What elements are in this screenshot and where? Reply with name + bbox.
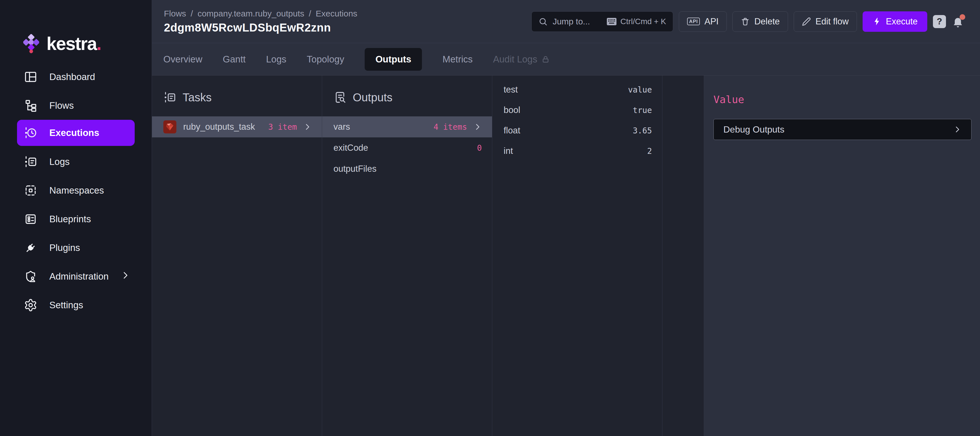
sidebar-item-label: Settings: [49, 300, 83, 311]
attribute-row-int[interactable]: int 2: [492, 141, 662, 161]
trash-icon: [741, 17, 750, 26]
outputs-column: Outputs vars 4 items exitCode 0 outputFi…: [322, 75, 492, 436]
attribute-value: true: [633, 105, 652, 115]
settings-icon: [24, 298, 37, 312]
sidebar-item-executions[interactable]: Executions: [17, 120, 135, 146]
tab-topology[interactable]: Topology: [307, 54, 344, 65]
sidebar-item-label: Namespaces: [49, 185, 104, 196]
executions-icon: [24, 126, 37, 140]
sidebar-item-label: Blueprints: [49, 214, 91, 225]
output-row-outputfiles[interactable]: outputFiles: [322, 158, 492, 179]
tasks-column: Tasks ruby_outputs_task 3 items: [152, 75, 322, 436]
api-badge-icon: API: [687, 18, 700, 25]
execute-button[interactable]: Execute: [862, 11, 927, 32]
search-icon: [538, 17, 547, 26]
sidebar-item-dashboard[interactable]: Dashboard: [0, 62, 152, 91]
topbar-actions: Jump to... Ctrl/Cmd + K API API Delete E…: [531, 11, 964, 32]
notifications-bell-icon[interactable]: [951, 15, 964, 29]
breadcrumb-executions[interactable]: Executions: [316, 9, 357, 18]
task-name: ruby_outputs_task: [183, 122, 255, 132]
output-value: 0: [477, 143, 482, 153]
tab-overview[interactable]: Overview: [163, 54, 202, 65]
api-button[interactable]: API API: [679, 11, 727, 32]
debug-outputs-button[interactable]: Debug Outputs: [713, 119, 972, 140]
tab-logs[interactable]: Logs: [266, 54, 286, 65]
execution-tabs: Overview Gantt Logs Topology Outputs Met…: [152, 43, 980, 75]
sidebar-nav: Dashboard Flows Executions Logs Namespac…: [0, 62, 152, 319]
breadcrumb-namespace[interactable]: company.team.ruby_outputs: [198, 9, 304, 18]
sidebar-item-label: Dashboard: [49, 72, 95, 82]
blueprints-icon: [24, 212, 37, 226]
keyboard-icon: [607, 18, 616, 25]
notification-badge: [959, 14, 965, 20]
value-panel: Value Debug Outputs: [704, 75, 980, 436]
administration-icon: [24, 270, 37, 283]
task-items-count: 3 items: [268, 122, 297, 132]
chevron-right-icon: [473, 123, 482, 131]
breadcrumb-flows[interactable]: Flows: [164, 9, 186, 18]
help-button[interactable]: ?: [933, 15, 946, 28]
sidebar-item-label: Executions: [49, 128, 99, 138]
dashboard-icon: [24, 70, 37, 84]
sidebar-item-flows[interactable]: Flows: [0, 91, 152, 120]
value-title: Value: [713, 94, 972, 105]
chevron-right-icon: [303, 123, 312, 131]
attribute-value: value: [628, 85, 652, 94]
search-shortcut: Ctrl/Cmd + K: [607, 17, 666, 26]
outputs-header: Outputs: [322, 75, 492, 117]
tab-outputs[interactable]: Outputs: [365, 48, 422, 71]
lightning-icon: [872, 17, 881, 26]
attribute-value: 2: [647, 147, 652, 156]
breadcrumb-separator: /: [309, 9, 311, 18]
edit-flow-button[interactable]: Edit flow: [794, 11, 857, 32]
sidebar-item-label: Administration: [49, 271, 108, 282]
kestra-mark-icon: [23, 34, 39, 53]
delete-button[interactable]: Delete: [732, 11, 788, 32]
attribute-row-float[interactable]: float 3.65: [492, 120, 662, 141]
flows-icon: [24, 99, 37, 112]
tasks-icon: [163, 91, 177, 104]
logs-icon: [24, 155, 37, 169]
plugins-icon: [24, 241, 37, 255]
chevron-right-icon: [121, 270, 130, 283]
outputs-icon: [334, 91, 347, 104]
topbar: Flows / company.team.ruby_outputs / Exec…: [152, 0, 980, 43]
sidebar: kestra. Dashboard Flows Executions Logs: [0, 0, 152, 436]
sidebar-item-label: Flows: [49, 100, 74, 111]
namespaces-icon: [24, 184, 37, 197]
pencil-icon: [802, 17, 811, 26]
output-row-vars[interactable]: vars 4 items: [322, 117, 492, 137]
sidebar-item-plugins[interactable]: Plugins: [0, 233, 152, 262]
tab-gantt[interactable]: Gantt: [223, 54, 246, 65]
output-items-count: 4 items: [434, 122, 467, 132]
attribute-row-bool[interactable]: bool true: [492, 100, 662, 120]
output-row-exitcode[interactable]: exitCode 0: [322, 137, 492, 158]
breadcrumb-separator: /: [191, 9, 193, 18]
brand-wordmark: kestra.: [46, 33, 101, 54]
next-column-placeholder: [662, 75, 704, 436]
tasks-header: Tasks: [152, 75, 322, 117]
sidebar-item-settings[interactable]: Settings: [0, 291, 152, 319]
sidebar-item-namespaces[interactable]: Namespaces: [0, 176, 152, 204]
sidebar-item-label: Logs: [49, 157, 70, 167]
sidebar-item-logs[interactable]: Logs: [0, 147, 152, 176]
attribute-row-test[interactable]: test value: [492, 80, 662, 100]
breadcrumb: Flows / company.team.ruby_outputs / Exec…: [164, 9, 357, 18]
sidebar-item-blueprints[interactable]: Blueprints: [0, 204, 152, 233]
chevron-right-icon: [953, 125, 962, 134]
lock-icon: [541, 55, 550, 64]
attribute-value: 3.65: [633, 126, 652, 136]
tab-audit-logs: Audit Logs: [493, 54, 550, 65]
outputs-explorer: Tasks ruby_outputs_task 3 items Outputs …: [152, 75, 980, 436]
kestra-logo[interactable]: kestra.: [0, 0, 152, 62]
task-row-ruby-outputs-task[interactable]: ruby_outputs_task 3 items: [152, 117, 322, 137]
page-title: 2dgm8W5RcwLDSbqEwR2znn: [164, 21, 357, 34]
tab-metrics[interactable]: Metrics: [442, 54, 473, 65]
search-placeholder: Jump to...: [553, 17, 590, 26]
vars-attributes-column: test value bool true float 3.65 int 2: [492, 75, 662, 436]
jump-to-search[interactable]: Jump to... Ctrl/Cmd + K: [531, 11, 673, 32]
main-area: Flows / company.team.ruby_outputs / Exec…: [152, 0, 980, 436]
sidebar-item-administration[interactable]: Administration: [0, 262, 152, 291]
ruby-icon: [163, 120, 177, 133]
sidebar-item-label: Plugins: [49, 243, 80, 253]
